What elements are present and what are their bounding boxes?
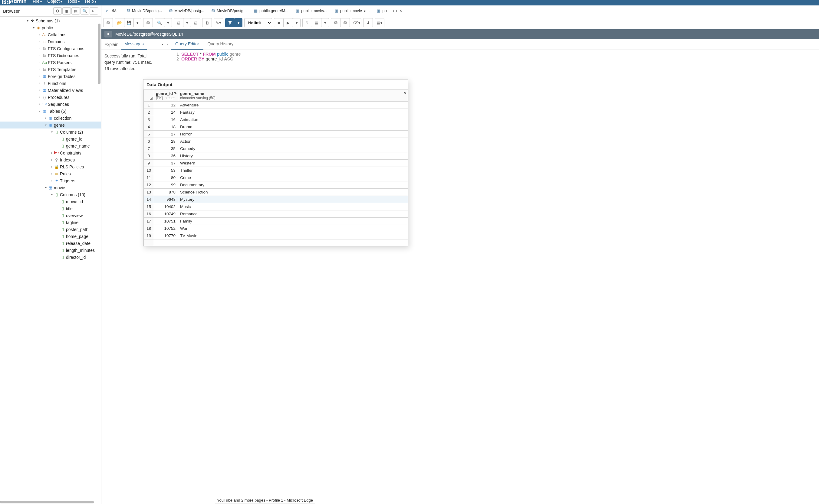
tree-procedures[interactable]: ›()Procedures	[0, 94, 101, 101]
table-row[interactable]: 937Western	[144, 160, 408, 167]
tab-psql[interactable]: >_/M...	[103, 7, 122, 15]
tree-indexes[interactable]: ›⚲Indexes	[0, 156, 101, 163]
tree-col-genre-name[interactable]: ▯genre_name	[0, 142, 101, 149]
msg-scroll-right-icon[interactable]: ›	[166, 42, 168, 47]
explain-dropdown[interactable]: ▾	[321, 18, 329, 27]
edit-button[interactable]: ⛁	[143, 18, 153, 27]
execute-dropdown[interactable]: ▾	[293, 18, 301, 27]
pencil-icon[interactable]: ✎	[174, 91, 177, 95]
tree-public-schema[interactable]: ▾◈public	[0, 24, 101, 31]
table-row[interactable]: 1053Thriller	[144, 167, 408, 174]
col-header-genre-name[interactable]: genre_namecharacter varying (50)✎	[178, 90, 408, 102]
save-file-button[interactable]: 💾	[124, 18, 134, 27]
table-row[interactable]: 1299Documentary	[144, 181, 408, 189]
tab-explain[interactable]: Explain	[101, 40, 121, 49]
tree-col-director-id[interactable]: ▯director_id	[0, 254, 101, 261]
tab-movie[interactable]: ▦public.movie/...	[293, 7, 331, 15]
table-row[interactable]: 628Action	[144, 138, 408, 145]
tab-close-icon[interactable]: ✕	[399, 8, 403, 13]
tree-triggers[interactable]: ›✦Triggers	[0, 177, 101, 184]
table-row[interactable]: 836History	[144, 152, 408, 160]
sidebar-scrollbar-h[interactable]	[0, 501, 94, 503]
explain-button[interactable]: ☟	[302, 18, 312, 27]
copy-button[interactable]: ⿻	[174, 18, 183, 27]
tree-rules[interactable]: ›▭Rules	[0, 170, 101, 177]
tree-mat-views[interactable]: ›▦Materialized Views	[0, 87, 101, 94]
table-row[interactable]: 149648Mystery	[144, 196, 408, 203]
data-output-table[interactable]: genre_id[PK] integer✎ genre_namecharacte…	[143, 90, 408, 246]
tree-col-release-date[interactable]: ▯release_date	[0, 240, 101, 247]
tree-col-home-page[interactable]: ▯home_page	[0, 233, 101, 240]
table-row[interactable]: 1510402Music	[144, 203, 408, 210]
search-objects-icon[interactable]: 🔍	[80, 7, 89, 15]
msg-scroll-left-icon[interactable]: ‹	[162, 42, 163, 47]
tree-functions[interactable]: ›ƒFunctions	[0, 80, 101, 87]
stop-button[interactable]: ■	[274, 18, 284, 27]
rollback-button[interactable]: ⛁	[340, 18, 350, 27]
tree-col-tagline[interactable]: ▯tagline	[0, 219, 101, 226]
tree-col-overview[interactable]: ▯overview	[0, 212, 101, 219]
col-header-genre-id[interactable]: genre_id[PK] integer✎	[154, 90, 178, 102]
tree-rls[interactable]: ›🔒RLS Policies	[0, 163, 101, 170]
tab-genre[interactable]: ▦public.genre/M...	[251, 7, 292, 15]
table-row[interactable]: 1180Crime	[144, 174, 408, 181]
tree-table-movie[interactable]: ▾▦movie	[0, 184, 101, 191]
table-row[interactable]: 527Horror	[144, 131, 408, 138]
sql-editor[interactable]: 1 2 SELECT * FROM public.genre ORDER BY …	[171, 50, 819, 63]
table-row[interactable]: 735Comedy	[144, 145, 408, 152]
menu-help[interactable]: Help	[85, 0, 96, 4]
tab-moviedb-1[interactable]: ⛁MovieDB/postg...	[124, 7, 165, 15]
table-row[interactable]: 418Drama	[144, 123, 408, 131]
tree-fts-conf[interactable]: ›🗎FTS Configurations	[0, 45, 101, 52]
query-tool-icon[interactable]: ⚙	[53, 7, 62, 15]
tree-foreign-tables[interactable]: ›▦Foreign Tables	[0, 73, 101, 80]
tree-fts-dict[interactable]: ›🗎FTS Dictionaries	[0, 52, 101, 59]
tree-table-genre[interactable]: ▾▦genre	[0, 122, 101, 128]
tab-moviedb-2[interactable]: ⛁MovieDB/postg...	[166, 7, 207, 15]
tree-col-movie-id[interactable]: ▯movie_id	[0, 198, 101, 205]
tree-movie-columns[interactable]: ▾▯Columns (10)	[0, 191, 101, 198]
save-file-dropdown[interactable]: ▾	[133, 18, 141, 27]
copy-dropdown[interactable]: ▾	[183, 18, 191, 27]
table-row[interactable]: 316Animation	[144, 116, 408, 123]
tree-fts-parsers[interactable]: ›AaFTS Parsers	[0, 59, 101, 66]
psql-tool-icon[interactable]: >_	[90, 7, 98, 15]
filter-button[interactable]	[225, 18, 235, 27]
table-row[interactable]: 112Adventure	[144, 102, 408, 109]
download-button[interactable]: ⬇	[363, 18, 373, 27]
tree-fts-templates[interactable]: ›🗎FTS Templates	[0, 66, 101, 73]
filter-rows-icon[interactable]: ▤	[71, 7, 80, 15]
tabs-scroll-left-icon[interactable]: ‹	[393, 8, 394, 13]
tree-sequences[interactable]: ›1..3Sequences	[0, 101, 101, 108]
delete-button[interactable]: 🗑	[202, 18, 212, 27]
tabs-scroll-right-icon[interactable]: ›	[396, 8, 397, 13]
commit-button[interactable]: ⛁	[331, 18, 341, 27]
tree-constraints[interactable]: ›⯈◂Constraints	[0, 149, 101, 156]
tree-genre-columns[interactable]: ▾▯Columns (2)	[0, 128, 101, 135]
tree-tables[interactable]: ▾▦Tables (6)	[0, 108, 101, 115]
menu-file[interactable]: File	[33, 0, 42, 4]
tree-table-collection[interactable]: ›▦collection	[0, 115, 101, 122]
save-data-button[interactable]: ⛁	[103, 18, 113, 27]
table-row[interactable]: 13878Science Fiction	[144, 189, 408, 196]
edit-inplace-button[interactable]: ✎▾	[214, 18, 224, 27]
find-button[interactable]: 🔍	[155, 18, 164, 27]
clear-button[interactable]: ⌫▾	[352, 18, 361, 27]
object-tree[interactable]: ▾❖Schemas (1) ▾◈public ›A↓Collations ›⌂D…	[0, 17, 101, 504]
menu-object[interactable]: Object	[47, 0, 62, 4]
table-row[interactable]: 1810752War	[144, 225, 408, 232]
select-all-corner[interactable]	[144, 90, 154, 102]
tree-collations[interactable]: ›A↓Collations	[0, 31, 101, 38]
pencil-icon[interactable]: ✎	[404, 91, 406, 95]
tab-query-history[interactable]: Query History	[203, 39, 238, 50]
filter-dropdown[interactable]: ▾	[235, 18, 243, 27]
tree-col-poster-path[interactable]: ▯poster_path	[0, 226, 101, 233]
tree-schemas[interactable]: ▾❖Schemas (1)	[0, 17, 101, 24]
tab-query-editor[interactable]: Query Editor	[171, 39, 203, 50]
connection-status-icon[interactable]: ⚭	[104, 31, 112, 37]
view-data-icon[interactable]: ▦	[62, 7, 71, 15]
tree-col-genre-id[interactable]: ▯genre_id	[0, 135, 101, 142]
find-dropdown[interactable]: ▾	[164, 18, 172, 27]
tab-messages[interactable]: Messages	[121, 39, 147, 50]
tab-movie-a[interactable]: ▦public.movie_a...	[332, 7, 373, 15]
